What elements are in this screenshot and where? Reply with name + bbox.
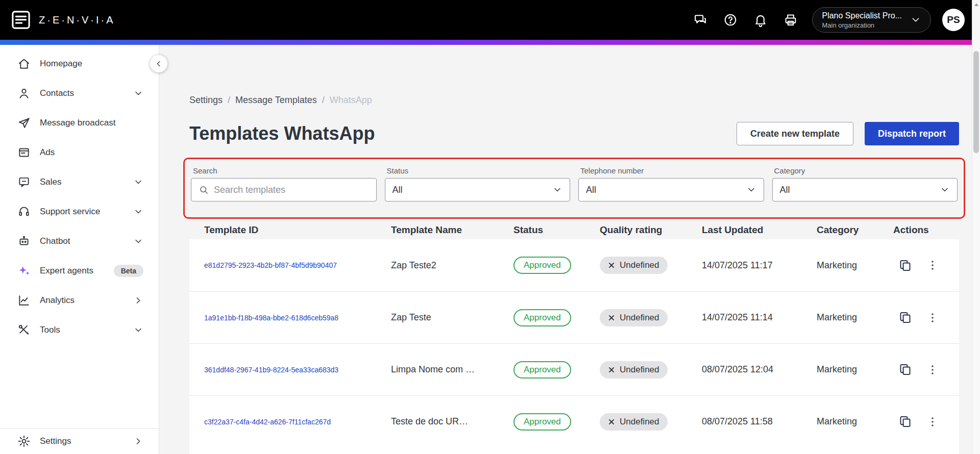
quality-badge-label: Undefined	[620, 313, 659, 323]
chevron-right-icon	[133, 295, 143, 306]
kebab-menu-icon	[926, 416, 939, 428]
page-title: Templates WhatsApp	[189, 123, 375, 144]
printer-icon[interactable]	[783, 13, 798, 27]
chevron-down-icon	[133, 325, 143, 335]
status-cell: Approved	[513, 309, 600, 326]
sidebar-item-ads[interactable]: Ads	[0, 138, 159, 167]
templates-table: e81d2795-2923-4b2b-bf87-4bf5d9b90407 Zap…	[189, 239, 959, 454]
app-window: Z·E·N·V·I·A	[0, 0, 972, 454]
table-row: c3f22a37-c4fa-4d42-a626-7f11cfac267d Tes…	[189, 395, 959, 447]
copy-template-button[interactable]	[898, 415, 912, 428]
sidebar-item-support-service[interactable]: Support service	[0, 197, 159, 226]
brand-gradient-bar	[0, 40, 972, 45]
dispatch-report-button[interactable]: Dispatch report	[865, 122, 959, 145]
kebab-menu-icon	[926, 364, 939, 376]
search-input[interactable]	[214, 185, 369, 195]
template-name: Zap Teste	[391, 312, 513, 323]
sidebar: Homepage Contacts Message broadcast Ads …	[0, 45, 159, 454]
create-new-template-button[interactable]: Create new template	[737, 122, 853, 145]
template-id-link[interactable]: c3f22a37-c4fa-4d42-a626-7f11cfac267d	[204, 418, 391, 426]
column-header-status: Status	[513, 224, 600, 236]
more-options-button[interactable]	[926, 259, 939, 271]
sparkles-icon	[17, 264, 31, 278]
copy-template-button[interactable]	[898, 259, 912, 272]
status-cell: Approved	[513, 257, 600, 274]
scrollbar-thumb[interactable]	[973, 51, 979, 153]
category-value: Marketing	[817, 312, 893, 323]
column-header-template-id: Template ID	[204, 224, 391, 236]
scrollbar-up-arrow-icon[interactable]	[974, 3, 978, 6]
sales-icon	[17, 175, 31, 189]
zenvia-logo[interactable]: Z·E·N·V·I·A	[10, 9, 115, 31]
telephone-number-select[interactable]: All	[578, 178, 764, 201]
sidebar-item-analytics[interactable]: Analytics	[0, 286, 159, 315]
sidebar-item-message-broadcast[interactable]: Message broadcast	[0, 108, 159, 138]
beta-badge: Beta	[114, 265, 143, 277]
quality-badge: Undefined	[600, 257, 668, 274]
top-bar-right: Plano Specialist Pro... Main organizatio…	[693, 7, 965, 33]
more-options-button[interactable]	[926, 416, 939, 428]
user-avatar[interactable]: PS	[942, 9, 965, 31]
status-select[interactable]: All	[385, 178, 571, 201]
sidebar-item-expert-agents[interactable]: Expert agents Beta	[0, 256, 159, 286]
quality-cell: Undefined	[600, 309, 702, 326]
organization-selector[interactable]: Plano Specialist Pro... Main organizatio…	[812, 7, 931, 33]
breadcrumb-settings[interactable]: Settings	[189, 95, 223, 106]
main-content: Settings / Message Templates / WhatsApp …	[159, 45, 972, 454]
sidebar-item-label: Settings	[40, 436, 71, 446]
sidebar-item-label: Homepage	[40, 59, 82, 69]
table-row: 361ddf48-2967-41b9-8224-5ea33ca683d3 Lim…	[189, 343, 959, 395]
last-updated: 08/07/2025 12:04	[702, 364, 817, 375]
chevron-down-icon	[940, 185, 950, 195]
actions-cell	[893, 415, 959, 428]
template-id-link[interactable]: 1a91e1bb-f18b-498a-bbe2-618d6ceb59a8	[204, 314, 391, 322]
table-row: e81d2795-2923-4b2b-bf87-4bf5d9b90407 Zap…	[189, 239, 959, 291]
organization-name: Plano Specialist Pro...	[822, 11, 902, 20]
organization-text: Plano Specialist Pro... Main organizatio…	[822, 11, 902, 29]
status-cell: Approved	[513, 361, 600, 379]
template-id-link[interactable]: 361ddf48-2967-41b9-8224-5ea33ca683d3	[204, 366, 391, 374]
chevron-left-icon	[154, 59, 163, 68]
sidebar-item-chatbot[interactable]: Chatbot	[0, 226, 159, 256]
zenvia-logo-icon	[10, 9, 32, 31]
search-label: Search	[191, 166, 377, 175]
more-options-button[interactable]	[926, 364, 939, 376]
page-scrollbar[interactable]	[972, 0, 980, 454]
copy-template-button[interactable]	[898, 363, 912, 376]
category-select[interactable]: All	[772, 178, 958, 201]
send-icon	[17, 116, 31, 130]
table-row: 1a91e1bb-f18b-498a-bbe2-618d6ceb59a8 Zap…	[189, 291, 959, 343]
x-icon	[608, 314, 615, 321]
sidebar-item-contacts[interactable]: Contacts	[0, 79, 159, 108]
copy-icon	[898, 311, 912, 324]
notifications-bell-icon[interactable]	[753, 13, 768, 27]
quality-cell: Undefined	[600, 361, 702, 379]
conversations-icon[interactable]	[693, 13, 707, 27]
chevron-down-icon	[552, 185, 562, 195]
sidebar-item-settings[interactable]: Settings	[0, 428, 159, 454]
filter-search: Search	[191, 166, 377, 201]
home-icon	[17, 57, 31, 70]
tools-icon	[17, 323, 31, 337]
status-select-value: All	[393, 185, 403, 195]
chatbot-icon	[17, 235, 31, 248]
more-options-button[interactable]	[926, 312, 939, 324]
copy-icon	[898, 363, 912, 376]
sidebar-item-label: Analytics	[40, 295, 75, 306]
title-row: Templates WhatsApp Create new template D…	[189, 122, 959, 145]
analytics-icon	[17, 294, 31, 307]
search-field	[191, 178, 377, 201]
sidebar-collapse-button[interactable]	[150, 55, 167, 72]
breadcrumb-message-templates[interactable]: Message Templates	[235, 95, 317, 106]
template-id-link[interactable]: e81d2795-2923-4b2b-bf87-4bf5d9b90407	[204, 261, 391, 269]
sidebar-item-sales[interactable]: Sales	[0, 167, 159, 197]
breadcrumb-whatsapp: WhatsApp	[330, 95, 372, 106]
status-label: Status	[385, 166, 571, 175]
filter-telephone-number: Telephone number All	[578, 166, 764, 201]
sidebar-item-homepage[interactable]: Homepage	[0, 49, 159, 79]
help-icon[interactable]	[723, 13, 738, 27]
template-name: Zap Teste2	[391, 260, 513, 271]
sidebar-item-tools[interactable]: Tools	[0, 315, 159, 345]
copy-template-button[interactable]	[898, 311, 912, 324]
last-updated: 14/07/2025 11:14	[702, 312, 817, 323]
